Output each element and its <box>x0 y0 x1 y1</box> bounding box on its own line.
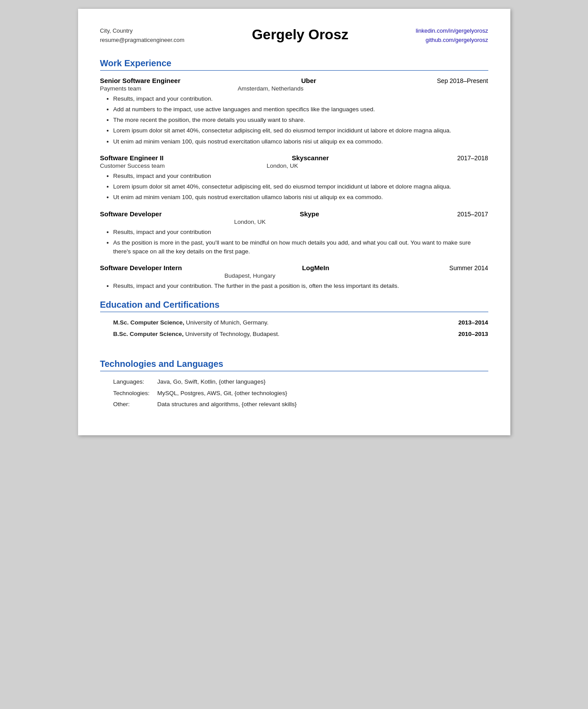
edu-item-1: M.Sc. Computer Science, University of Mu… <box>113 318 488 327</box>
job-location-3: London, UK <box>100 219 400 225</box>
bullet-1-1: Results, impact and your contribution. <box>113 94 488 103</box>
job-location-1: Amsterdam, Netherlands <box>141 85 400 92</box>
email: resume@pragmaticengineer.com <box>100 36 185 45</box>
bullet-1-4: Lorem ipsum dolor sit amet 40%, consecte… <box>113 126 488 135</box>
job-bullets-4: Results, impact and your contribution. T… <box>113 282 488 290</box>
bullet-2-3: Ut enim ad minim veniam 100, quis nostru… <box>113 193 488 202</box>
edu-text-3 <box>113 341 488 350</box>
tech-item-2: Technologies: MySQL, Postgres, AWS, Git,… <box>113 389 488 398</box>
tech-value-3: Data structures and algorithms, {other r… <box>157 400 297 409</box>
technologies-divider <box>100 371 488 371</box>
job-bullets-3: Results, impact and your contribution As… <box>113 228 488 256</box>
job-title-1: Senior Software Engineer <box>100 77 181 84</box>
technologies-title: Technologies and Languages <box>100 359 488 369</box>
job-header-row-3: Software Developer Skype 2015–2017 <box>100 210 488 218</box>
tech-list: Languages: Java, Go, Swift, Kotlin, {oth… <box>113 377 488 409</box>
tech-value-1: Java, Go, Swift, Kotlin, {other language… <box>157 377 266 386</box>
job-subrow-3: London, UK <box>100 219 488 225</box>
bullet-2-2: Lorem ipsum dolor sit amet 40%, consecte… <box>113 182 488 191</box>
linkedin-link[interactable]: linkedin.com/in/gergelyorosz <box>416 26 488 36</box>
bullet-1-2: Add at numbers to the impact, use active… <box>113 105 488 114</box>
technologies-section: Technologies and Languages Languages: Ja… <box>100 359 488 409</box>
job-team-1: Payments team <box>100 85 142 92</box>
full-name: Gergely Orosz <box>184 26 416 43</box>
job-company-4: LogMeIn <box>182 264 449 272</box>
job-bullets-1: Results, impact and your contribution. A… <box>113 94 488 146</box>
city-country: City, Country <box>100 26 185 36</box>
job-company-3: Skype <box>162 210 457 218</box>
job-company-1: Uber <box>180 77 437 84</box>
job-title-2: Software Engineer II <box>100 154 164 162</box>
tech-item-1: Languages: Java, Go, Swift, Kotlin, {oth… <box>113 377 488 386</box>
edu-bold-1: M.Sc. Computer Science, <box>113 319 184 326</box>
github-link[interactable]: github.com/gergelyorosz <box>416 36 488 45</box>
header: City, Country resume@pragmaticengineer.c… <box>100 26 488 45</box>
edu-item-2: B.Sc. Computer Science, University of Te… <box>113 330 488 339</box>
tech-label-2: Technologies: <box>113 389 157 398</box>
work-experience-title: Work Experience <box>100 58 488 68</box>
bullet-2-1: Results, impact and your contribution <box>113 172 488 181</box>
work-experience-divider <box>100 70 488 71</box>
job-header-row-4: Software Developer Intern LogMeIn Summer… <box>100 264 488 272</box>
job-header-row-2: Software Engineer II Skyscanner 2017–201… <box>100 154 488 162</box>
bullet-1-3: The more recent the position, the more d… <box>113 116 488 124</box>
job-team-2: Customer Success team <box>100 162 165 169</box>
job-bullets-2: Results, impact and your contribution Lo… <box>113 172 488 202</box>
job-company-2: Skyscanner <box>164 154 457 162</box>
job-header-row-1: Senior Software Engineer Uber Sep 2018–P… <box>100 77 488 84</box>
tech-label-1: Languages: <box>113 377 157 386</box>
bullet-4-1: Results, impact and your contribution. T… <box>113 282 488 290</box>
job-subrow-1: Payments team Amsterdam, Netherlands <box>100 85 488 92</box>
job-entry-4: Software Developer Intern LogMeIn Summer… <box>100 264 488 290</box>
education-section: Education and Certifications M.Sc. Compu… <box>100 300 488 351</box>
tech-label-3: Other: <box>113 400 157 409</box>
job-date-4: Summer 2014 <box>449 264 488 272</box>
education-list: M.Sc. Computer Science, University of Mu… <box>113 318 488 351</box>
edu-date-2: 2010–2013 <box>458 330 488 339</box>
resume-page: City, Country resume@pragmaticengineer.c… <box>78 9 510 435</box>
edu-text-2: B.Sc. Computer Science, University of Te… <box>113 330 449 339</box>
education-title: Education and Certifications <box>100 300 488 310</box>
job-title-4: Software Developer Intern <box>100 264 182 272</box>
header-center: Gergely Orosz <box>184 26 416 43</box>
edu-bold-2: B.Sc. Computer Science, <box>113 331 184 337</box>
edu-text-1: M.Sc. Computer Science, University of Mu… <box>113 318 449 327</box>
bullet-3-2: As the position is more in the past, you… <box>113 238 488 256</box>
job-entry-1: Senior Software Engineer Uber Sep 2018–P… <box>100 77 488 146</box>
job-date-1: Sep 2018–Present <box>437 77 488 84</box>
job-subrow-4: Budapest, Hungary <box>100 272 488 279</box>
header-right: linkedin.com/in/gergelyorosz github.com/… <box>416 26 488 45</box>
header-left: City, Country resume@pragmaticengineer.c… <box>100 26 185 45</box>
job-location-2: London, UK <box>165 162 400 169</box>
edu-date-1: 2013–2014 <box>458 318 488 327</box>
tech-value-2: MySQL, Postgres, AWS, Git, {other techno… <box>157 389 287 398</box>
tech-item-3: Other: Data structures and algorithms, {… <box>113 400 488 409</box>
work-experience-section: Work Experience Senior Software Engineer… <box>100 58 488 291</box>
education-divider <box>100 312 488 312</box>
job-date-2: 2017–2018 <box>457 155 488 162</box>
edu-item-3 <box>113 341 488 350</box>
edu-normal-2: University of Technology, Budapest. <box>184 331 279 337</box>
job-date-3: 2015–2017 <box>457 211 488 218</box>
job-entry-3: Software Developer Skype 2015–2017 Londo… <box>100 210 488 256</box>
edu-normal-1: University of Munich, Germany. <box>184 319 269 326</box>
job-subrow-2: Customer Success team London, UK <box>100 162 488 169</box>
job-title-3: Software Developer <box>100 210 162 218</box>
bullet-3-1: Results, impact and your contribution <box>113 228 488 237</box>
bullet-1-5: Ut enim ad minim veniam 100, quis nostru… <box>113 137 488 146</box>
job-entry-2: Software Engineer II Skyscanner 2017–201… <box>100 154 488 202</box>
job-location-4: Budapest, Hungary <box>100 272 400 279</box>
